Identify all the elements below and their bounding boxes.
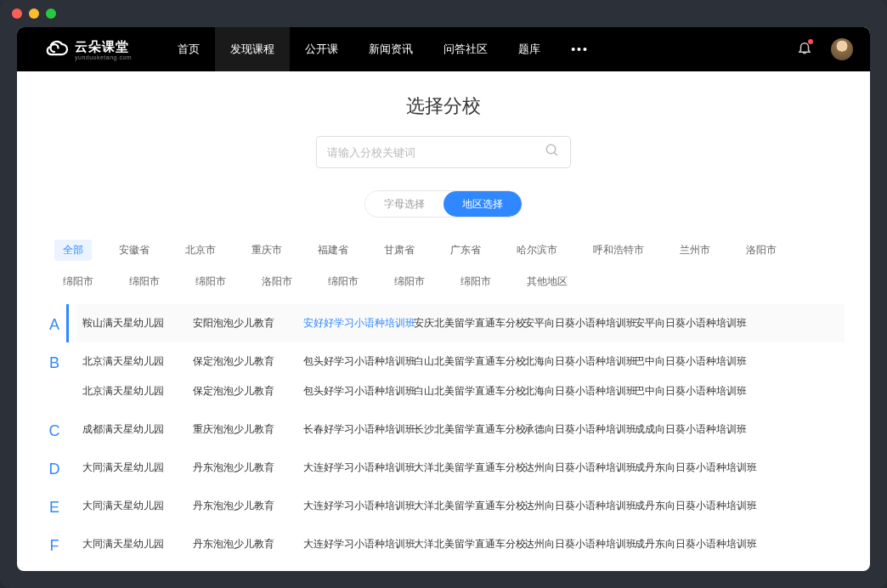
school-link[interactable]: 巴中向日葵小语种培训班 xyxy=(635,354,745,369)
region-tag[interactable]: 安徽省 xyxy=(110,240,158,261)
school-link[interactable]: 大洋北美留学直通车分校 xyxy=(414,537,524,551)
school-link[interactable]: 大连好学习小语种培训班 xyxy=(303,537,414,551)
window-minimize-button[interactable] xyxy=(29,8,39,19)
school-link[interactable]: 北京满天星幼儿园 xyxy=(82,354,193,369)
letter-label: A xyxy=(42,304,66,342)
region-tag[interactable]: 全部 xyxy=(54,240,92,261)
letter-body: 北京满天星幼儿园保定泡泡少儿教育包头好学习小语种培训班白山北美留学直通车分校北海… xyxy=(77,342,845,410)
letter-body: 鞍山满天星幼儿园安阳泡泡少儿教育安好好学习小语种培训班安庆北美留学直通车分校安平… xyxy=(77,304,845,342)
school-link[interactable]: 丹东泡泡少儿教育 xyxy=(193,461,303,475)
region-tag[interactable]: 兰州市 xyxy=(671,240,719,261)
region-tag[interactable]: 绵阳市 xyxy=(386,271,433,292)
nav-item-1[interactable]: 发现课程 xyxy=(215,27,290,71)
school-link[interactable]: 安好好学习小语种培训班 xyxy=(303,316,414,331)
top-nav-bar: 云朵课堂 yunduoketang.com 首页发现课程公开课新闻资讯问答社区题… xyxy=(17,27,870,71)
search-box xyxy=(316,136,571,168)
letter-indicator-bar xyxy=(66,304,69,342)
letter-section-C: C成都满天星幼儿园重庆泡泡少儿教育长春好学习小语种培训班长沙北美留学直通车分校承… xyxy=(17,410,870,449)
notification-badge xyxy=(808,39,813,44)
school-link[interactable]: 大同满天星幼儿园 xyxy=(82,499,193,513)
region-tag[interactable]: 绵阳市 xyxy=(452,271,500,292)
letter-label: F xyxy=(42,525,66,563)
search-input[interactable] xyxy=(327,146,545,159)
region-filter-tags: 全部安徽省北京市重庆市福建省甘肃省广东省哈尔滨市呼和浩特市兰州市洛阳市绵阳市绵阳… xyxy=(17,240,870,292)
region-tag[interactable]: 广东省 xyxy=(442,240,489,261)
letter-section-E: E大同满天星幼儿园丹东泡泡少儿教育大连好学习小语种培训班大洋北美留学直通车分校达… xyxy=(17,487,870,525)
brand-subtitle: yunduoketang.com xyxy=(75,54,132,60)
school-link[interactable]: 成丹东向日葵小语种培训班 xyxy=(635,461,745,475)
school-link[interactable]: 安平向日葵小语种培训班 xyxy=(635,316,745,331)
letter-section-A: A鞍山满天星幼儿园安阳泡泡少儿教育安好好学习小语种培训班安庆北美留学直通车分校安… xyxy=(17,304,870,342)
school-link[interactable]: 北海向日葵小语种培训班 xyxy=(524,354,635,369)
region-tag[interactable]: 绵阳市 xyxy=(121,271,168,292)
school-link[interactable]: 达州向日葵小语种培训班 xyxy=(524,499,635,513)
school-link[interactable]: 承德向日葵小语种培训班 xyxy=(524,422,635,437)
school-link[interactable]: 丹东泡泡少儿教育 xyxy=(193,499,303,513)
school-link[interactable]: 包头好学习小语种培训班 xyxy=(303,384,414,399)
school-link[interactable]: 北海向日葵小语种培训班 xyxy=(524,384,635,399)
school-link[interactable]: 成成向日葵小语种培训班 xyxy=(635,422,745,437)
nav-more-button[interactable]: ••• xyxy=(556,42,604,56)
region-tag[interactable]: 北京市 xyxy=(177,240,224,261)
school-link[interactable]: 保定泡泡少儿教育 xyxy=(193,384,303,399)
nav-item-4[interactable]: 问答社区 xyxy=(428,27,503,71)
filter-mode-toggle: 字母选择地区选择 xyxy=(364,190,523,218)
region-tag[interactable]: 洛阳市 xyxy=(253,271,301,292)
school-link[interactable]: 安庆北美留学直通车分校 xyxy=(414,316,524,331)
toggle-option-1[interactable]: 地区选择 xyxy=(444,191,522,217)
region-tag[interactable]: 绵阳市 xyxy=(319,271,367,292)
region-tag[interactable]: 绵阳市 xyxy=(54,271,102,292)
region-tag[interactable]: 洛阳市 xyxy=(737,240,785,261)
school-link[interactable]: 大同满天星幼儿园 xyxy=(82,461,193,475)
school-link[interactable]: 大洋北美留学直通车分校 xyxy=(414,499,524,513)
search-icon[interactable] xyxy=(545,143,560,161)
user-avatar[interactable] xyxy=(831,38,853,60)
school-link[interactable]: 北京满天星幼儿园 xyxy=(82,384,193,399)
letter-indicator-bar xyxy=(66,410,69,449)
school-link[interactable]: 大连好学习小语种培训班 xyxy=(303,499,414,513)
nav-item-2[interactable]: 公开课 xyxy=(290,27,353,71)
window-close-button[interactable] xyxy=(12,8,22,19)
school-link[interactable]: 包头好学习小语种培训班 xyxy=(303,354,414,369)
region-tag[interactable]: 甘肃省 xyxy=(376,240,423,261)
region-tag[interactable]: 福建省 xyxy=(309,240,357,261)
region-tag[interactable]: 绵阳市 xyxy=(187,271,234,292)
school-link[interactable]: 丹东泡泡少儿教育 xyxy=(193,537,303,551)
school-link[interactable]: 巴中向日葵小语种培训班 xyxy=(635,384,745,399)
school-link[interactable]: 大洋北美留学直通车分校 xyxy=(414,461,524,475)
school-link[interactable]: 大连好学习小语种培训班 xyxy=(303,461,414,475)
letter-label: B xyxy=(42,342,66,410)
nav-item-0[interactable]: 首页 xyxy=(162,27,215,71)
region-tag[interactable]: 重庆市 xyxy=(243,240,291,261)
region-tag[interactable]: 其他地区 xyxy=(518,271,576,292)
letter-indicator-bar xyxy=(66,342,69,410)
school-link[interactable]: 大同满天星幼儿园 xyxy=(82,537,193,551)
letter-section-B: B北京满天星幼儿园保定泡泡少儿教育包头好学习小语种培训班白山北美留学直通车分校北… xyxy=(17,342,870,410)
school-link[interactable]: 成都满天星幼儿园 xyxy=(82,422,193,437)
school-link[interactable]: 鞍山满天星幼儿园 xyxy=(82,316,193,331)
nav-item-3[interactable]: 新闻资讯 xyxy=(353,27,428,71)
toggle-option-0[interactable]: 字母选择 xyxy=(365,191,444,217)
region-tag[interactable]: 哈尔滨市 xyxy=(508,240,566,261)
school-link[interactable]: 重庆泡泡少儿教育 xyxy=(193,422,303,437)
page-content: 选择分校 字母选择地区选择 全部安徽省北京市重庆市福建省甘肃省广东省哈尔滨市呼和… xyxy=(17,71,870,571)
letter-body: 大同满天星幼儿园丹东泡泡少儿教育大连好学习小语种培训班大洋北美留学直通车分校达州… xyxy=(77,487,845,525)
school-link[interactable]: 成丹东向日葵小语种培训班 xyxy=(635,537,745,551)
school-link[interactable]: 白山北美留学直通车分校 xyxy=(414,354,524,369)
window-maximize-button[interactable] xyxy=(46,8,56,19)
school-link[interactable]: 成丹东向日葵小语种培训班 xyxy=(635,499,745,513)
letter-indicator-bar xyxy=(66,449,69,487)
school-link[interactable]: 长沙北美留学直通车分校 xyxy=(414,422,524,437)
school-link[interactable]: 保定泡泡少儿教育 xyxy=(193,354,303,369)
school-link[interactable]: 达州向日葵小语种培训班 xyxy=(524,537,635,551)
brand-logo[interactable]: 云朵课堂 yunduoketang.com xyxy=(44,37,132,62)
school-link[interactable]: 安阳泡泡少儿教育 xyxy=(193,316,303,331)
school-link[interactable]: 达州向日葵小语种培训班 xyxy=(524,461,635,475)
nav-item-5[interactable]: 题库 xyxy=(503,27,556,71)
school-link[interactable]: 白山北美留学直通车分校 xyxy=(414,384,524,399)
region-tag[interactable]: 呼和浩特市 xyxy=(585,240,653,261)
window-titlebar xyxy=(0,0,887,27)
notifications-button[interactable] xyxy=(797,40,812,59)
school-link[interactable]: 安平向日葵小语种培训班 xyxy=(524,316,635,331)
school-link[interactable]: 长春好学习小语种培训班 xyxy=(303,422,414,437)
